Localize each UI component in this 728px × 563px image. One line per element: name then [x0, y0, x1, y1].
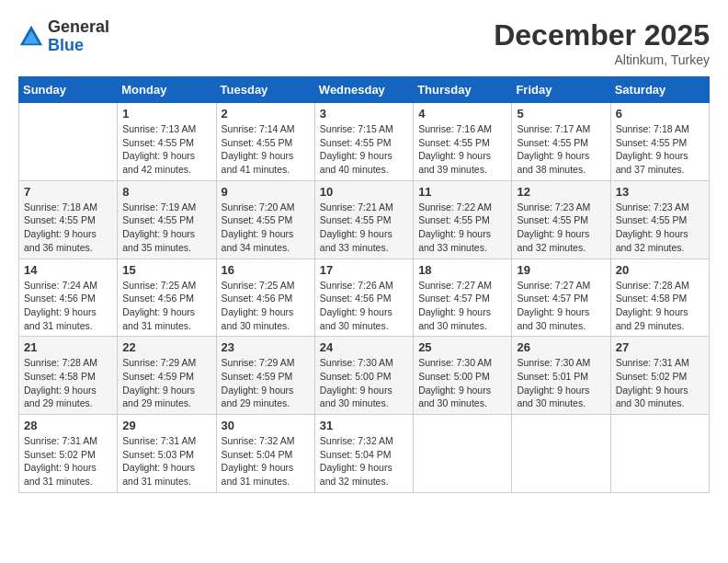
day-info: Sunrise: 7:19 AMSunset: 4:55 PMDaylight:…: [122, 201, 210, 255]
calendar-cell: 24Sunrise: 7:30 AMSunset: 5:00 PMDayligh…: [314, 337, 413, 415]
day-info: Sunrise: 7:26 AMSunset: 4:56 PMDaylight:…: [320, 279, 408, 333]
day-info: Sunrise: 7:30 AMSunset: 5:00 PMDaylight:…: [418, 356, 506, 410]
day-info: Sunrise: 7:30 AMSunset: 5:01 PMDaylight:…: [517, 356, 605, 410]
calendar-cell: 9Sunrise: 7:20 AMSunset: 4:55 PMDaylight…: [216, 180, 314, 259]
calendar-cell: 17Sunrise: 7:26 AMSunset: 4:56 PMDayligh…: [314, 259, 413, 337]
day-number: 19: [517, 263, 605, 277]
day-info: Sunrise: 7:31 AMSunset: 5:02 PMDaylight:…: [616, 356, 704, 410]
day-info: Sunrise: 7:21 AMSunset: 4:55 PMDaylight:…: [320, 201, 408, 255]
day-info: Sunrise: 7:16 AMSunset: 4:55 PMDaylight:…: [418, 122, 506, 177]
day-number: 3: [320, 107, 408, 121]
column-header-wednesday: Wednesday: [314, 77, 413, 103]
day-number: 18: [418, 263, 506, 277]
day-number: 31: [320, 419, 408, 432]
day-info: Sunrise: 7:27 AMSunset: 4:57 PMDaylight:…: [517, 279, 605, 333]
day-info: Sunrise: 7:13 AMSunset: 4:55 PMDaylight:…: [122, 122, 210, 177]
title-area: December 2025 Altinkum, Turkey: [494, 18, 710, 67]
calendar-cell: 11Sunrise: 7:22 AMSunset: 4:55 PMDayligh…: [414, 180, 512, 259]
day-info: Sunrise: 7:32 AMSunset: 5:04 PMDaylight:…: [320, 434, 408, 488]
column-header-friday: Friday: [512, 77, 610, 103]
day-info: Sunrise: 7:20 AMSunset: 4:55 PMDaylight:…: [222, 201, 310, 255]
day-number: 30: [222, 419, 310, 432]
calendar-cell: 21Sunrise: 7:28 AMSunset: 4:58 PMDayligh…: [19, 337, 118, 415]
day-number: 10: [320, 185, 408, 199]
day-number: 24: [320, 340, 408, 354]
calendar-cell: 5Sunrise: 7:17 AMSunset: 4:55 PMDaylight…: [512, 103, 610, 181]
calendar-cell: 25Sunrise: 7:30 AMSunset: 5:00 PMDayligh…: [414, 337, 512, 415]
calendar-cell: 19Sunrise: 7:27 AMSunset: 4:57 PMDayligh…: [512, 259, 610, 337]
column-header-tuesday: Tuesday: [216, 77, 314, 103]
day-info: Sunrise: 7:32 AMSunset: 5:04 PMDaylight:…: [222, 434, 310, 488]
day-info: Sunrise: 7:28 AMSunset: 4:58 PMDaylight:…: [24, 356, 112, 410]
day-number: 7: [24, 185, 112, 199]
day-number: 15: [122, 263, 210, 277]
day-number: 8: [122, 185, 210, 199]
calendar-cell: 13Sunrise: 7:23 AMSunset: 4:55 PMDayligh…: [610, 180, 709, 259]
calendar-cell: 29Sunrise: 7:31 AMSunset: 5:03 PMDayligh…: [118, 415, 216, 493]
day-info: Sunrise: 7:27 AMSunset: 4:57 PMDaylight:…: [418, 279, 506, 333]
day-number: 4: [418, 107, 506, 121]
day-number: 11: [418, 185, 506, 199]
day-number: 9: [222, 185, 310, 199]
column-header-saturday: Saturday: [610, 77, 709, 103]
calendar-cell: 28Sunrise: 7:31 AMSunset: 5:02 PMDayligh…: [19, 415, 118, 493]
day-info: Sunrise: 7:24 AMSunset: 4:56 PMDaylight:…: [24, 279, 112, 333]
day-info: Sunrise: 7:14 AMSunset: 4:55 PMDaylight:…: [222, 122, 310, 177]
day-number: 13: [616, 185, 704, 199]
day-number: 23: [222, 340, 310, 354]
calendar-cell: 26Sunrise: 7:30 AMSunset: 5:01 PMDayligh…: [512, 337, 610, 415]
day-number: 27: [616, 340, 704, 354]
logo: General Blue: [18, 18, 109, 55]
day-info: Sunrise: 7:29 AMSunset: 4:59 PMDaylight:…: [222, 356, 310, 410]
day-info: Sunrise: 7:22 AMSunset: 4:55 PMDaylight:…: [418, 201, 506, 255]
day-info: Sunrise: 7:28 AMSunset: 4:58 PMDaylight:…: [616, 279, 704, 333]
calendar-cell: 7Sunrise: 7:18 AMSunset: 4:55 PMDaylight…: [19, 180, 118, 259]
calendar-cell: 12Sunrise: 7:23 AMSunset: 4:55 PMDayligh…: [512, 180, 610, 259]
day-info: Sunrise: 7:25 AMSunset: 4:56 PMDaylight:…: [122, 279, 210, 333]
day-info: Sunrise: 7:29 AMSunset: 4:59 PMDaylight:…: [122, 356, 210, 410]
day-info: Sunrise: 7:31 AMSunset: 5:03 PMDaylight:…: [122, 434, 210, 488]
calendar-cell: 23Sunrise: 7:29 AMSunset: 4:59 PMDayligh…: [216, 337, 314, 415]
day-number: 5: [517, 107, 605, 121]
logo-icon: [18, 24, 44, 50]
day-number: 25: [418, 340, 506, 354]
day-number: 6: [616, 107, 704, 121]
calendar-cell: [414, 415, 512, 493]
day-info: Sunrise: 7:17 AMSunset: 4:55 PMDaylight:…: [517, 122, 605, 177]
calendar-cell: 27Sunrise: 7:31 AMSunset: 5:02 PMDayligh…: [610, 337, 709, 415]
page-header: General Blue December 2025 Altinkum, Tur…: [18, 18, 710, 67]
day-number: 21: [24, 340, 112, 354]
day-number: 28: [24, 419, 112, 432]
calendar-cell: 20Sunrise: 7:28 AMSunset: 4:58 PMDayligh…: [610, 259, 709, 337]
calendar-cell: 6Sunrise: 7:18 AMSunset: 4:55 PMDaylight…: [610, 103, 709, 181]
day-number: 29: [122, 419, 210, 432]
day-number: 2: [222, 107, 310, 121]
day-info: Sunrise: 7:23 AMSunset: 4:55 PMDaylight:…: [616, 201, 704, 255]
calendar-cell: 16Sunrise: 7:25 AMSunset: 4:56 PMDayligh…: [216, 259, 314, 337]
column-header-monday: Monday: [118, 77, 216, 103]
day-info: Sunrise: 7:15 AMSunset: 4:55 PMDaylight:…: [320, 122, 408, 177]
day-number: 12: [517, 185, 605, 199]
logo-text: General Blue: [48, 18, 109, 55]
day-number: 16: [222, 263, 310, 277]
day-number: 14: [24, 263, 112, 277]
calendar-cell: 14Sunrise: 7:24 AMSunset: 4:56 PMDayligh…: [19, 259, 118, 337]
calendar-cell: 15Sunrise: 7:25 AMSunset: 4:56 PMDayligh…: [118, 259, 216, 337]
location-subtitle: Altinkum, Turkey: [494, 52, 710, 67]
calendar-cell: 10Sunrise: 7:21 AMSunset: 4:55 PMDayligh…: [314, 180, 413, 259]
calendar-cell: [19, 103, 118, 181]
calendar-cell: 31Sunrise: 7:32 AMSunset: 5:04 PMDayligh…: [314, 415, 413, 493]
calendar-cell: 8Sunrise: 7:19 AMSunset: 4:55 PMDaylight…: [118, 180, 216, 259]
day-info: Sunrise: 7:25 AMSunset: 4:56 PMDaylight:…: [222, 279, 310, 333]
day-info: Sunrise: 7:31 AMSunset: 5:02 PMDaylight:…: [24, 434, 112, 488]
day-info: Sunrise: 7:30 AMSunset: 5:00 PMDaylight:…: [320, 356, 408, 410]
month-title: December 2025: [494, 18, 710, 52]
calendar-cell: 22Sunrise: 7:29 AMSunset: 4:59 PMDayligh…: [118, 337, 216, 415]
calendar-cell: 1Sunrise: 7:13 AMSunset: 4:55 PMDaylight…: [118, 103, 216, 181]
day-info: Sunrise: 7:18 AMSunset: 4:55 PMDaylight:…: [616, 122, 704, 177]
calendar-cell: 4Sunrise: 7:16 AMSunset: 4:55 PMDaylight…: [414, 103, 512, 181]
calendar-cell: [610, 415, 709, 493]
calendar-cell: 18Sunrise: 7:27 AMSunset: 4:57 PMDayligh…: [414, 259, 512, 337]
calendar-table: SundayMondayTuesdayWednesdayThursdayFrid…: [18, 76, 710, 493]
calendar-cell: 30Sunrise: 7:32 AMSunset: 5:04 PMDayligh…: [216, 415, 314, 493]
